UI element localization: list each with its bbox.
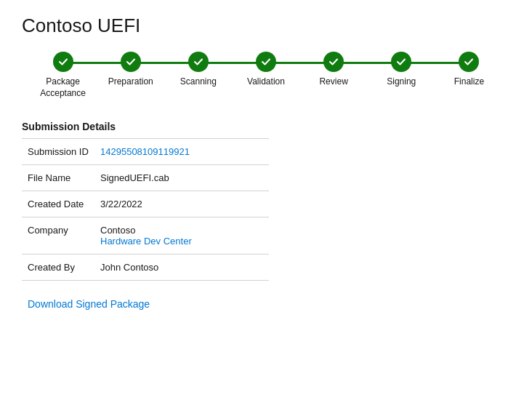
step-review-circle <box>323 52 344 72</box>
step-review: Review <box>300 52 368 88</box>
detail-label-4: Created By <box>22 255 94 281</box>
step-preparation-circle <box>121 52 141 72</box>
step-preparation-label: Preparation <box>108 76 153 88</box>
step-signing-circle <box>391 52 411 72</box>
detail-value-3: ContosoHardware Dev Center <box>94 217 269 255</box>
step-signing-label: Signing <box>387 76 416 88</box>
step-signing: Signing <box>368 52 435 88</box>
progress-bar: Package Acceptance Preparation Scanning … <box>22 52 510 99</box>
page-title: Contoso UEFI <box>22 15 510 37</box>
step-finalize-label: Finalize <box>454 76 484 88</box>
step-package-acceptance-circle <box>53 52 73 72</box>
detail-label-1: File Name <box>22 165 94 191</box>
step-scanning: Scanning <box>164 52 232 88</box>
step-package-acceptance: Package Acceptance <box>29 52 97 99</box>
detail-row-0: Submission ID14295508109119921 <box>22 139 269 165</box>
detail-row-1: File NameSignedUEFI.cab <box>22 165 269 191</box>
detail-label-2: Created Date <box>22 191 94 217</box>
step-finalize: Finalize <box>435 52 503 88</box>
step-finalize-circle <box>459 52 479 72</box>
detail-link-0[interactable]: 14295508109119921 <box>100 146 190 157</box>
step-preparation: Preparation <box>97 52 164 88</box>
step-scanning-label: Scanning <box>180 76 217 88</box>
submission-section-title: Submission Details <box>22 121 269 132</box>
step-validation-circle <box>256 52 276 72</box>
details-table: Submission ID14295508109119921File NameS… <box>22 138 269 281</box>
detail-value-1: SignedUEFI.cab <box>94 165 269 191</box>
detail-value-4: John Contoso <box>94 255 269 281</box>
detail-label-3: Company <box>22 217 94 255</box>
detail-value-2: 3/22/2022 <box>94 191 269 217</box>
detail-value-0[interactable]: 14295508109119921 <box>94 139 269 165</box>
detail-label-0: Submission ID <box>22 139 94 165</box>
step-validation-label: Validation <box>247 76 285 88</box>
submission-details: Submission Details Submission ID14295508… <box>22 121 269 316</box>
detail-row-3: CompanyContosoHardware Dev Center <box>22 217 269 255</box>
step-review-label: Review <box>319 76 347 88</box>
step-package-acceptance-label: Package Acceptance <box>34 76 92 99</box>
detail-row-4: Created ByJohn Contoso <box>22 255 269 281</box>
download-signed-package-button[interactable]: Download Signed Package <box>22 292 269 316</box>
step-validation: Validation <box>232 52 299 88</box>
step-scanning-circle <box>188 52 209 72</box>
detail-row-2: Created Date3/22/2022 <box>22 191 269 217</box>
